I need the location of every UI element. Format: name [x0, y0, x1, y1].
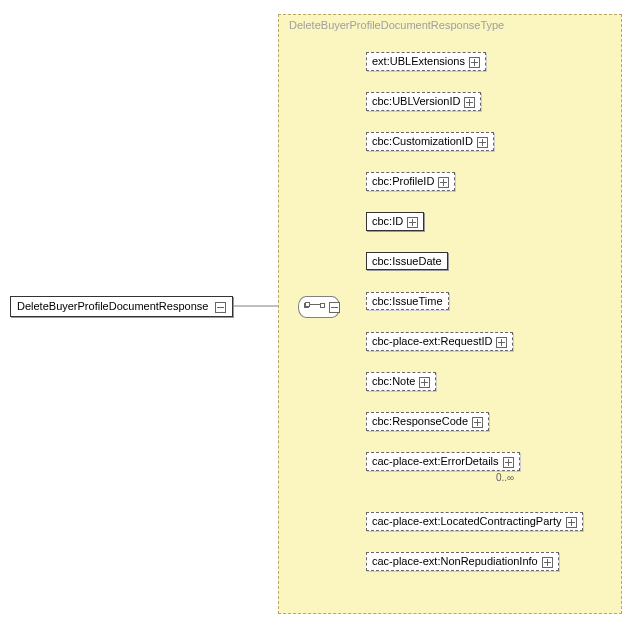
element-node-label: cbc:UBLVersionID: [372, 95, 460, 107]
minus-icon[interactable]: [329, 302, 340, 313]
element-node-label: cac-place-ext:LocatedContractingParty: [372, 515, 562, 527]
element-node[interactable]: ext:UBLExtensions: [366, 52, 486, 71]
plus-icon[interactable]: [566, 517, 577, 528]
element-node[interactable]: cbc:Note: [366, 372, 436, 391]
element-node[interactable]: cac-place-ext:LocatedContractingParty: [366, 512, 583, 531]
element-node[interactable]: cbc:UBLVersionID: [366, 92, 481, 111]
element-node-label: cbc:ResponseCode: [372, 415, 468, 427]
element-node-label: cbc-place-ext:RequestID: [372, 335, 492, 347]
element-node[interactable]: cac-place-ext:NonRepudiationInfo: [366, 552, 559, 571]
element-node[interactable]: cac-place-ext:ErrorDetails: [366, 452, 520, 471]
plus-icon[interactable]: [469, 57, 480, 68]
plus-icon[interactable]: [496, 337, 507, 348]
element-node[interactable]: cbc:CustomizationID: [366, 132, 494, 151]
plus-icon[interactable]: [419, 377, 430, 388]
plus-icon[interactable]: [477, 137, 488, 148]
element-node[interactable]: cbc-place-ext:RequestID: [366, 332, 513, 351]
plus-icon[interactable]: [503, 457, 514, 468]
plus-icon[interactable]: [438, 177, 449, 188]
element-node[interactable]: cbc:ProfileID: [366, 172, 455, 191]
plus-icon[interactable]: [542, 557, 553, 568]
element-node-label: ext:UBLExtensions: [372, 55, 465, 67]
element-node[interactable]: cbc:ResponseCode: [366, 412, 489, 431]
element-node[interactable]: cbc:ID: [366, 212, 424, 231]
sequence-compositor[interactable]: [298, 296, 340, 318]
element-node-label: cbc:IssueDate: [372, 255, 442, 267]
element-node-label: cbc:ProfileID: [372, 175, 434, 187]
plus-icon[interactable]: [472, 417, 483, 428]
minus-icon[interactable]: [215, 302, 226, 313]
cardinality-label: 0..∞: [496, 472, 514, 483]
element-node-label: cbc:IssueTime: [372, 295, 443, 307]
element-node[interactable]: cbc:IssueTime: [366, 292, 449, 310]
element-node-label: cbc:ID: [372, 215, 403, 227]
element-node[interactable]: cbc:IssueDate: [366, 252, 448, 270]
plus-icon[interactable]: [407, 217, 418, 228]
complextype-group-title: DeleteBuyerProfileDocumentResponseType: [289, 19, 504, 31]
plus-icon[interactable]: [464, 97, 475, 108]
element-root[interactable]: DeleteBuyerProfileDocumentResponse: [10, 296, 233, 317]
element-root-label: DeleteBuyerProfileDocumentResponse: [17, 300, 208, 312]
element-node-label: cbc:CustomizationID: [372, 135, 473, 147]
element-node-label: cbc:Note: [372, 375, 415, 387]
element-node-label: cac-place-ext:ErrorDetails: [372, 455, 499, 467]
element-node-label: cac-place-ext:NonRepudiationInfo: [372, 555, 538, 567]
